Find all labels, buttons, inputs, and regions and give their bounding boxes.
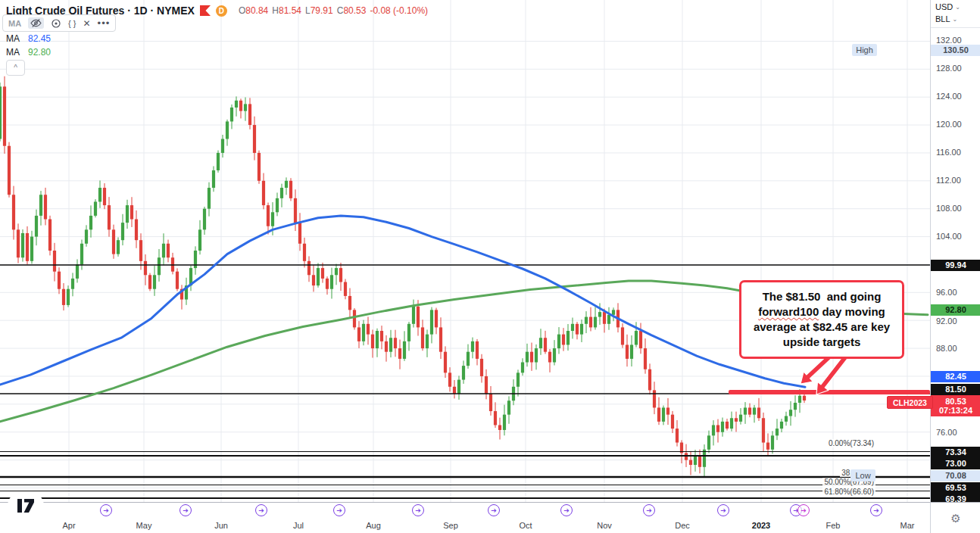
event-marker-icon[interactable]: ➔	[870, 504, 882, 516]
gear-icon[interactable]: ⚙	[950, 512, 960, 525]
price-tick-label: 88.00	[931, 344, 980, 353]
price-badge: 69.53	[931, 482, 980, 494]
event-marker-icon[interactable]: ➔	[560, 504, 573, 516]
event-marker-icon[interactable]: ➔	[255, 504, 267, 516]
axis-corner: ⚙	[930, 502, 980, 533]
collapse-legend-button[interactable]: ^	[6, 60, 25, 76]
event-marker-icon[interactable]: ➔	[717, 504, 729, 516]
price-tick-label: 116.00	[931, 148, 980, 157]
price-axis[interactable]: USD⌄ BLL⌄ 132.00128.00124.00120.00116.00…	[930, 0, 980, 502]
time-axis-label: Apr	[62, 521, 75, 530]
event-marker-icon[interactable]: ➔	[179, 504, 192, 516]
tradingview-logo[interactable]	[8, 492, 44, 519]
annotation-callout[interactable]: The $81.50 and goingforward100 day movin…	[739, 280, 904, 359]
source-code-icon[interactable]: { }	[68, 19, 76, 28]
ma-value: 92.80	[28, 47, 51, 58]
price-tick-label: 128.00	[931, 64, 980, 73]
axis-divider	[931, 27, 980, 28]
event-marker-icon[interactable]: ➔	[488, 504, 500, 516]
price-tick-label: 76.00	[931, 428, 980, 437]
time-axis-label: Dec	[675, 521, 690, 530]
ma-value: 82.45	[28, 33, 51, 44]
ma-legend-row-2[interactable]: MA 92.80	[6, 47, 51, 58]
price-badge: 130.50	[931, 45, 980, 56]
ma-label: MA	[6, 33, 20, 44]
time-axis-label: May	[136, 521, 152, 530]
fib-level-label: 61.80%(66.60)	[822, 488, 875, 496]
chevron-up-icon: ^	[14, 64, 17, 72]
indicator-toolbar: MA { } ✕ •••	[2, 14, 116, 32]
indicator-settings-icon[interactable]	[51, 18, 61, 29]
time-axis-label: Feb	[826, 521, 841, 530]
price-tick-label: 112.00	[931, 176, 980, 185]
event-marker-icon[interactable]: ➔	[643, 504, 655, 516]
candlestick-series	[0, 76, 806, 477]
symbol-logo-icon	[200, 5, 211, 16]
remove-indicator-icon[interactable]: ✕	[83, 18, 91, 29]
event-marker-icon-magenta[interactable]: ➔	[797, 504, 810, 516]
price-badge: 70.08	[931, 470, 980, 482]
event-marker-icon[interactable]: ➔	[333, 504, 345, 516]
interval-badge[interactable]: D	[216, 5, 227, 17]
annotation-line: average at $82.45 are key	[743, 319, 900, 335]
price-tick-label: 120.00	[931, 120, 980, 129]
contract-badge: CLH2023	[887, 396, 933, 409]
time-axis[interactable]: AprMayJunJulAugSepOctNovDec2023FebMar ➔➔…	[0, 502, 930, 533]
time-axis-label: 2023	[752, 521, 770, 530]
annotation-line: forward100 day moving	[743, 304, 900, 319]
red-resistance-line	[729, 390, 930, 394]
candlestick-chart[interactable]	[0, 0, 930, 502]
change-readout: -0.08 (-0.10%)	[370, 5, 428, 16]
fib-level-label: 0.00%(73.34)	[827, 439, 875, 447]
tradingview-chart-window: Light Crude Oil Futures · 1D · NYMEX D O…	[0, 0, 980, 533]
time-axis-label: Jun	[214, 521, 228, 530]
ma-label: MA	[6, 47, 20, 58]
price-badge: 73.34	[931, 447, 980, 458]
time-axis-label: Aug	[366, 521, 381, 530]
time-axis-label: Sep	[443, 521, 458, 530]
annotation-line: upside targets	[743, 335, 900, 350]
time-axis-label: Oct	[519, 521, 532, 530]
price-tick-label: 124.00	[931, 92, 980, 101]
price-tick-label: 104.00	[931, 232, 980, 241]
price-tick-label: 108.00	[931, 204, 980, 213]
chevron-down-icon: ⌄	[955, 4, 960, 11]
time-axis-label: Nov	[597, 521, 612, 530]
price-badge: 92.80	[931, 304, 980, 316]
contract-unit-selector[interactable]: BLL⌄	[935, 14, 957, 23]
price-tick-label: 96.00	[931, 288, 980, 297]
price-badge: 99.94	[931, 260, 980, 271]
ma-legend-row-1[interactable]: MA 82.45	[6, 33, 51, 44]
price-tick-label: 92.00	[931, 316, 980, 326]
time-axis-label: Jul	[293, 521, 304, 530]
low-tag: Low	[850, 469, 875, 482]
chart-pane[interactable]: Light Crude Oil Futures · 1D · NYMEX D O…	[0, 0, 930, 502]
price-badge: 73.00	[931, 458, 980, 469]
price-badge: 82.45	[931, 371, 980, 382]
high-tag: High	[852, 44, 877, 56]
price-tick-label: 132.00	[931, 36, 980, 45]
annotation-line: The $81.50 and going	[743, 289, 900, 304]
currency-selector[interactable]: USD⌄	[935, 2, 960, 11]
event-marker-icon[interactable]: ➔	[412, 504, 424, 516]
time-axis-label: Mar	[900, 521, 915, 530]
event-marker-icon[interactable]: ➔	[100, 504, 112, 516]
price-badge: 81.50	[931, 384, 980, 395]
price-badge: 80.5307:13:24	[931, 395, 980, 416]
hide-indicator-icon[interactable]	[28, 17, 44, 29]
ohlc-readout: O80.84 H81.54 L79.91 C80.53 -0.08 (-0.10…	[239, 5, 428, 16]
more-options-icon[interactable]: •••	[98, 17, 111, 29]
chevron-down-icon: ⌄	[953, 16, 958, 23]
indicator-name-label: MA	[8, 19, 21, 28]
